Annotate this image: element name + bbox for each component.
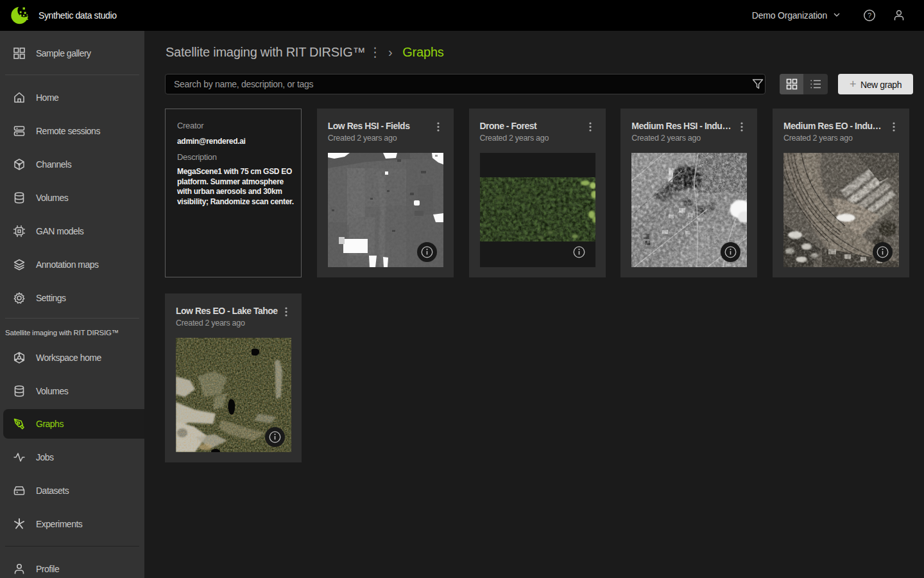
- svg-text:?: ?: [868, 12, 871, 19]
